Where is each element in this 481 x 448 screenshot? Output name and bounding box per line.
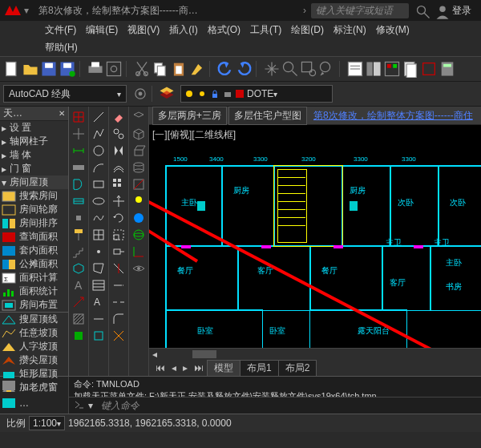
layout-tab-2[interactable]: 布局2 bbox=[278, 360, 317, 377]
feat-innerarea[interactable]: 套内面积 bbox=[0, 244, 68, 257]
undo-icon[interactable] bbox=[216, 60, 234, 78]
text-icon[interactable]: A bbox=[71, 278, 86, 293]
preview-icon[interactable] bbox=[105, 60, 123, 78]
column-icon[interactable] bbox=[71, 211, 86, 225]
menu-modify[interactable]: 修改(M) bbox=[371, 23, 414, 37]
feat-areacalc[interactable]: Σ面积计算 bbox=[0, 271, 68, 285]
layer-manager-icon[interactable] bbox=[158, 85, 176, 103]
ucs-icon[interactable] bbox=[131, 244, 146, 259]
drawing-viewport[interactable]: [一][俯视][二维线框] bbox=[149, 125, 481, 348]
title-link-chevron-icon[interactable]: › bbox=[303, 5, 306, 16]
door-icon[interactable] bbox=[71, 177, 86, 192]
saveas-icon[interactable] bbox=[59, 60, 76, 78]
layout-tab-model[interactable]: 模型 bbox=[207, 360, 240, 377]
plot-icon[interactable] bbox=[87, 60, 104, 78]
horizontal-scrollbar[interactable]: ◂ bbox=[149, 348, 481, 360]
menu-format[interactable]: 格式(O) bbox=[203, 23, 245, 37]
orbit-icon[interactable] bbox=[131, 228, 146, 242]
scroll-thumb[interactable] bbox=[192, 350, 216, 358]
rect-icon[interactable] bbox=[91, 177, 106, 192]
feat-roomoutline[interactable]: 房间轮廓 bbox=[0, 203, 68, 216]
cat-roomroof[interactable]: ▾房间屋顶 bbox=[0, 176, 68, 189]
feat-roomlayout[interactable]: 房间布置 bbox=[0, 298, 68, 312]
paste-icon[interactable] bbox=[170, 60, 188, 78]
layout-nav-prev-icon[interactable]: ◂ bbox=[168, 362, 180, 373]
login-link[interactable]: 登录 bbox=[452, 4, 478, 18]
stair-vicon[interactable] bbox=[71, 244, 86, 259]
menu-insert[interactable]: 插入(I) bbox=[164, 23, 202, 37]
scroll-left-icon[interactable]: ◂ bbox=[149, 349, 160, 360]
fillet-icon[interactable] bbox=[111, 312, 126, 326]
zoom-icon[interactable] bbox=[281, 60, 299, 78]
redo-icon[interactable] bbox=[235, 60, 253, 78]
extend-icon[interactable] bbox=[111, 278, 126, 293]
cat-wall[interactable]: ▸墙 体 bbox=[0, 148, 68, 162]
spline-icon[interactable] bbox=[91, 211, 106, 225]
command-input[interactable]: ▾ 键入命令 bbox=[69, 397, 481, 414]
copy-icon[interactable] bbox=[152, 60, 169, 78]
scale-icon[interactable] bbox=[111, 228, 126, 242]
sheetset-icon[interactable] bbox=[402, 60, 419, 78]
window-icon[interactable] bbox=[71, 194, 86, 208]
zoomwin-icon[interactable] bbox=[300, 60, 317, 78]
doc-tab-2[interactable]: 第8次修改，绘制整体方案图------商住 bbox=[309, 107, 478, 124]
trim-icon[interactable] bbox=[111, 261, 126, 276]
feat-extra-1[interactable]: … bbox=[0, 377, 68, 394]
block-icon[interactable] bbox=[91, 329, 106, 343]
wall-icon[interactable] bbox=[71, 160, 86, 175]
search-glass-icon[interactable] bbox=[415, 4, 431, 17]
zoomprev-icon[interactable] bbox=[318, 60, 336, 78]
erase-icon[interactable] bbox=[111, 110, 126, 124]
menu-dim[interactable]: 标注(N) bbox=[329, 23, 371, 37]
circle-icon[interactable] bbox=[91, 143, 106, 158]
workspace-dropdown[interactable]: AutoCAD 经典 ▾ bbox=[3, 85, 127, 103]
grid-icon[interactable] bbox=[71, 110, 86, 124]
menu-edit[interactable]: 编辑(E) bbox=[81, 23, 123, 37]
arc-icon[interactable] bbox=[91, 160, 106, 175]
rotate-icon[interactable] bbox=[111, 211, 126, 225]
menu-help[interactable]: 帮助(H) bbox=[40, 41, 83, 54]
layout-nav-first-icon[interactable]: ⏮ bbox=[152, 362, 168, 373]
ws-gear-icon[interactable] bbox=[131, 85, 149, 103]
ellipse-icon[interactable] bbox=[91, 194, 106, 208]
region-icon[interactable] bbox=[91, 261, 106, 276]
menu-draw[interactable]: 绘图(D) bbox=[286, 23, 329, 37]
cat-axis[interactable]: ▸轴网柱子 bbox=[0, 135, 68, 148]
layout-nav-next-icon[interactable]: ▸ bbox=[180, 362, 191, 373]
open-file-icon[interactable] bbox=[22, 60, 39, 78]
point-icon[interactable] bbox=[91, 244, 106, 259]
axis-icon[interactable] bbox=[71, 127, 86, 141]
box-icon[interactable] bbox=[131, 127, 146, 141]
help-search-input[interactable]: 键入关键字或短语 bbox=[311, 3, 409, 18]
feat2-pyramid[interactable]: 攒尖屋顶 bbox=[0, 353, 68, 367]
menu-file[interactable]: 文件(F) bbox=[40, 23, 81, 37]
break-icon[interactable] bbox=[111, 295, 126, 309]
iso-icon[interactable] bbox=[131, 110, 146, 124]
room3d-icon[interactable] bbox=[71, 261, 86, 276]
explode-icon[interactable] bbox=[111, 329, 126, 343]
feat-areastat[interactable]: 面积统计 bbox=[0, 285, 68, 298]
section-icon[interactable] bbox=[131, 177, 146, 192]
feat2-anyslope[interactable]: 任意坡顶 bbox=[0, 326, 68, 340]
vis-icon[interactable] bbox=[131, 261, 146, 276]
feat-roomsort[interactable]: 房间排序 bbox=[0, 216, 68, 230]
revolve-icon[interactable] bbox=[131, 160, 146, 175]
menu-view[interactable]: 视图(V) bbox=[123, 23, 164, 37]
dim-icon[interactable] bbox=[71, 143, 86, 158]
move-icon[interactable] bbox=[111, 194, 126, 208]
designcenter-icon[interactable] bbox=[365, 60, 382, 78]
hatch-icon[interactable] bbox=[91, 228, 106, 242]
cut-icon[interactable] bbox=[133, 60, 151, 78]
mirror-icon[interactable] bbox=[111, 143, 126, 158]
hatch-v-icon[interactable] bbox=[71, 312, 86, 326]
copy2-icon[interactable] bbox=[111, 127, 126, 141]
feat-queryarea[interactable]: 查询面积 bbox=[0, 230, 68, 244]
render-icon[interactable] bbox=[131, 211, 146, 225]
extrude-icon[interactable] bbox=[131, 143, 146, 158]
panel-close-icon[interactable]: ✕ bbox=[59, 109, 65, 118]
properties-icon[interactable] bbox=[346, 60, 364, 78]
layout-tab-1[interactable]: 布局1 bbox=[240, 360, 279, 377]
calc-icon[interactable] bbox=[439, 60, 456, 78]
offset-icon[interactable] bbox=[111, 160, 126, 175]
save-icon[interactable] bbox=[40, 60, 58, 78]
